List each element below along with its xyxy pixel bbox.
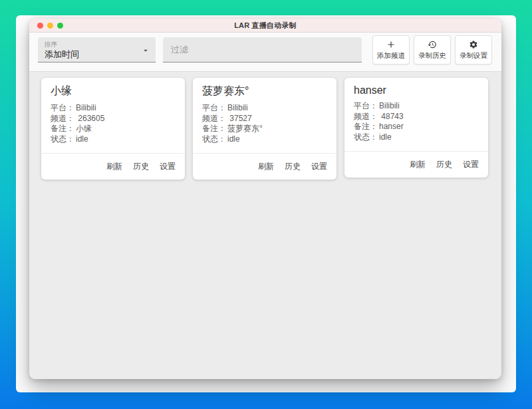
close-button[interactable]	[37, 23, 43, 29]
field-label: 状态：	[51, 134, 74, 144]
field-value: idle	[379, 132, 392, 142]
minimize-button[interactable]	[47, 23, 53, 29]
info-row: 频道： 37527	[202, 114, 327, 124]
info-row: 频道： 48743	[354, 112, 479, 122]
field-value: Bilibili	[76, 103, 96, 112]
sort-value: 添加时间	[45, 49, 79, 61]
toolbar: 排序 添加时间 添加频道 录制历史	[29, 33, 501, 72]
field-value: 小缘	[76, 124, 92, 133]
channel-card: 小缘 平台：Bilibili 频道： 263605 备注：小缘 状态：idle …	[41, 78, 185, 180]
channel-title: hanser	[354, 84, 479, 96]
info-row: 状态：idle	[202, 134, 327, 145]
field-label: 平台：	[354, 101, 378, 110]
recording-history-button[interactable]: 录制历史	[414, 35, 451, 65]
channel-title: 菠萝赛东°	[202, 84, 327, 98]
field-label: 状态：	[202, 134, 226, 144]
history-button[interactable]: 历史	[431, 156, 458, 173]
history-icon	[428, 40, 437, 50]
gear-icon	[469, 40, 478, 50]
channel-card: 菠萝赛东° 平台：Bilibili 频道： 37527 备注：菠萝赛东° 状态：…	[193, 78, 336, 180]
field-label: 频道：	[354, 112, 378, 121]
field-label: 平台：	[51, 103, 74, 112]
sort-select[interactable]: 排序 添加时间	[38, 37, 156, 63]
info-row: 平台：Bilibili	[51, 103, 176, 114]
field-value: 263605	[76, 114, 104, 123]
button-label: 添加频道	[377, 51, 405, 61]
field-label: 状态：	[354, 132, 378, 142]
channel-title: 小缘	[51, 84, 176, 98]
field-value: Bilibili	[379, 101, 400, 110]
screenshot-frame: LAR 直播自动录制 排序 添加时间 添加频道	[16, 15, 516, 392]
info-row: 备注：hanser	[354, 122, 479, 132]
card-body: hanser 平台：Bilibili 频道： 48743 备注：hanser 状…	[344, 78, 488, 146]
info-row: 状态：idle	[51, 134, 176, 145]
card-footer: 刷新 历史 设置	[41, 154, 185, 180]
history-button[interactable]: 历史	[128, 158, 154, 175]
field-label: 备注：	[202, 124, 226, 133]
field-value: Bilibili	[227, 103, 248, 112]
info-row: 备注：小缘	[51, 124, 176, 134]
settings-button[interactable]: 设置	[154, 158, 181, 175]
info-row: 备注：菠萝赛东°	[202, 124, 327, 134]
card-body: 小缘 平台：Bilibili 频道： 263605 备注：小缘 状态：idle	[41, 78, 185, 148]
refresh-button[interactable]: 刷新	[404, 156, 431, 173]
settings-button[interactable]: 设置	[306, 158, 332, 175]
window-title: LAR 直播自动录制	[234, 21, 297, 31]
field-label: 备注：	[51, 124, 74, 133]
card-body: 菠萝赛东° 平台：Bilibili 频道： 37527 备注：菠萝赛东° 状态：…	[193, 78, 336, 148]
filter-input[interactable]	[163, 37, 362, 63]
history-button[interactable]: 历史	[279, 158, 306, 175]
field-label: 平台：	[202, 103, 226, 112]
desktop-background: LAR 直播自动录制 排序 添加时间 添加频道	[0, 0, 532, 409]
field-value: 37527	[227, 114, 252, 123]
info-row: 频道： 263605	[51, 114, 176, 124]
info-row: 平台：Bilibili	[354, 101, 479, 112]
button-label: 录制历史	[418, 51, 446, 61]
recording-settings-button[interactable]: 录制设置	[455, 35, 492, 65]
card-grid: 小缘 平台：Bilibili 频道： 263605 备注：小缘 状态：idle …	[29, 72, 501, 379]
settings-button[interactable]: 设置	[458, 156, 484, 173]
info-row: 状态：idle	[354, 132, 479, 143]
title-bar[interactable]: LAR 直播自动录制	[29, 19, 501, 33]
field-label: 频道：	[51, 114, 74, 123]
plus-icon	[386, 40, 396, 50]
app-window: LAR 直播自动录制 排序 添加时间 添加频道	[29, 19, 501, 379]
channel-card: hanser 平台：Bilibili 频道： 48743 备注：hanser 状…	[344, 78, 488, 178]
chevron-down-icon	[141, 46, 150, 55]
field-value: idle	[227, 134, 240, 144]
card-footer: 刷新 历史 设置	[193, 154, 336, 180]
button-label: 录制设置	[460, 51, 487, 61]
field-label: 频道：	[202, 114, 226, 123]
card-footer: 刷新 历史 设置	[344, 152, 488, 178]
field-value: hanser	[379, 122, 404, 131]
refresh-button[interactable]: 刷新	[253, 158, 279, 175]
field-value: 菠萝赛东°	[227, 124, 263, 133]
traffic-lights	[37, 19, 63, 32]
info-row: 平台：Bilibili	[202, 103, 327, 114]
add-channel-button[interactable]: 添加频道	[372, 35, 410, 65]
zoom-button[interactable]	[57, 23, 63, 29]
refresh-button[interactable]: 刷新	[101, 158, 128, 175]
field-value: idle	[76, 134, 88, 144]
field-label: 备注：	[354, 122, 378, 131]
field-value: 48743	[379, 112, 404, 121]
